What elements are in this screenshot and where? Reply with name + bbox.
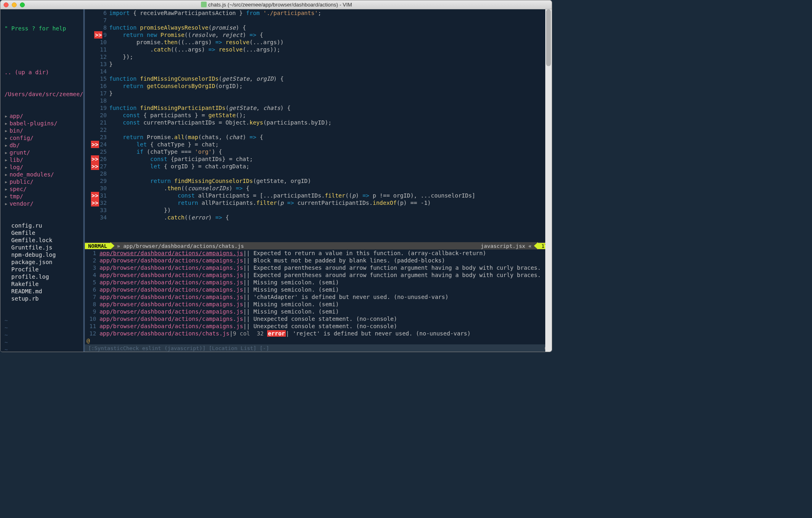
- gutter-line: 25: [85, 148, 107, 155]
- code-line[interactable]: .then((counselorIDs) => {: [109, 185, 552, 192]
- tilde-line: ~: [0, 346, 83, 352]
- quickfix-item[interactable]: 6app/browser/dashboard/actions/campaigns…: [85, 286, 552, 293]
- code-line[interactable]: let { orgID } = chat.orgData;: [109, 163, 552, 170]
- quickfix-item[interactable]: 4app/browser/dashboard/actions/campaigns…: [85, 271, 552, 279]
- code-line[interactable]: return new Promise((resolve, reject) => …: [109, 31, 552, 39]
- code-line[interactable]: if (chatType === 'org') {: [109, 148, 552, 155]
- code-line[interactable]: [109, 170, 552, 177]
- code-line[interactable]: return Promise.all(map(chats, (chat) => …: [109, 133, 552, 141]
- close-icon[interactable]: [4, 2, 9, 7]
- quickfix-item[interactable]: 7app/browser/dashboard/actions/campaigns…: [85, 293, 552, 301]
- nerdtree-panel[interactable]: " Press ? for help .. (up a dir) /Users/…: [0, 9, 83, 352]
- nerdtree-dir[interactable]: ▸app/: [0, 112, 83, 120]
- nerdtree-dir[interactable]: ▸lib/: [0, 156, 83, 163]
- nerdtree-file[interactable]: Gemfile: [0, 229, 83, 236]
- tilde-line: ~: [0, 324, 83, 331]
- code-line[interactable]: promise.then((...args) => resolve(...arg…: [109, 39, 552, 46]
- gutter-line: 18: [85, 97, 107, 104]
- nerdtree-dir[interactable]: ▸grunt/: [0, 149, 83, 156]
- code-line[interactable]: return getCounselorsByOrgID(orgID);: [109, 82, 552, 90]
- gutter-line: >>27: [85, 163, 107, 170]
- quickfix-item[interactable]: 8app/browser/dashboard/actions/campaigns…: [85, 301, 552, 308]
- nerdtree-updir[interactable]: .. (up a dir): [0, 69, 83, 76]
- quickfix-item[interactable]: 2app/browser/dashboard/actions/campaigns…: [85, 257, 552, 264]
- code-buffer[interactable]: 678>>91011121314151617181920212223>>2425…: [85, 9, 552, 242]
- gutter-line: 11: [85, 46, 107, 53]
- code-line[interactable]: const allParticipants = [...participantI…: [109, 192, 552, 199]
- nerdtree-file[interactable]: Rakefile: [0, 280, 83, 288]
- nerdtree-file[interactable]: config.ru: [0, 222, 83, 229]
- nerdtree-file[interactable]: Procfile: [0, 266, 83, 273]
- quickfix-at: @: [85, 337, 552, 344]
- code-line[interactable]: const currentParticipantIDs = Object.key…: [109, 119, 552, 126]
- code-line[interactable]: .catch((...args) => resolve(...args));: [109, 46, 552, 53]
- gutter-line: >>9: [85, 31, 107, 39]
- code-line[interactable]: return findMissingCounselorIDs(getState,…: [109, 177, 552, 185]
- nerdtree-dir[interactable]: ▸node_modules/: [0, 171, 83, 178]
- code-line[interactable]: let { chatType } = chat;: [109, 141, 552, 148]
- gutter-line: 15: [85, 75, 107, 82]
- titlebar: chats.js (~/src/zeemee/app/browser/dashb…: [0, 0, 552, 9]
- quickfix-item[interactable]: 10app/browser/dashboard/actions/campaign…: [85, 315, 552, 322]
- nerdtree-file[interactable]: Gruntfile.js: [0, 244, 83, 251]
- quickfix-item[interactable]: 12app/browser/dashboard/actions/chats.js…: [85, 330, 552, 337]
- code-line[interactable]: const { participants } = getState();: [109, 112, 552, 119]
- gutter-line: >>26: [85, 155, 107, 163]
- gutter-line: 30: [85, 185, 107, 192]
- code-line[interactable]: }: [109, 90, 552, 97]
- gutter-line: 33: [85, 206, 107, 214]
- quickfix-item[interactable]: 5app/browser/dashboard/actions/campaigns…: [85, 279, 552, 286]
- nerdtree-file[interactable]: Gemfile.lock: [0, 236, 83, 244]
- gutter-line: 21: [85, 119, 107, 126]
- gutter-line: 10: [85, 39, 107, 46]
- code-line[interactable]: [109, 68, 552, 75]
- gutter-line: 29: [85, 177, 107, 185]
- nerdtree-file[interactable]: npm-debug.log: [0, 251, 83, 258]
- code-line[interactable]: return allParticipants.filter(p => curre…: [109, 199, 552, 206]
- code-line[interactable]: function findMissingCounselorIDs(getStat…: [109, 75, 552, 82]
- code-line[interactable]: });: [109, 53, 552, 60]
- gutter-line: 13: [85, 60, 107, 68]
- code-line[interactable]: function promiseAlwaysResolve(promise) {: [109, 24, 552, 31]
- traffic-lights: [4, 2, 25, 7]
- nerdtree-root[interactable]: /Users/dave/src/zeemee/: [0, 90, 83, 98]
- code-line[interactable]: import { receiveRawParticipantsAction } …: [109, 9, 552, 17]
- nerdtree-file[interactable]: package.json: [0, 258, 83, 266]
- nerdtree-dir[interactable]: ▸log/: [0, 163, 83, 171]
- nerdtree-dir[interactable]: ▸spec/: [0, 185, 83, 193]
- minimize-icon[interactable]: [12, 2, 17, 7]
- quickfix-item[interactable]: 11app/browser/dashboard/actions/campaign…: [85, 322, 552, 330]
- nerdtree-file[interactable]: setup.rb: [0, 295, 83, 302]
- code-line[interactable]: function findMissingParticipantIDs(getSt…: [109, 104, 552, 112]
- code-line[interactable]: [109, 126, 552, 133]
- quickfix-item[interactable]: 3app/browser/dashboard/actions/campaigns…: [85, 264, 552, 271]
- scrollbar[interactable]: [545, 9, 552, 352]
- nerdtree-dir[interactable]: ▸bin/: [0, 127, 83, 134]
- gutter-line: 12: [85, 53, 107, 60]
- code-line[interactable]: [109, 17, 552, 24]
- nerdtree-file[interactable]: README.md: [0, 288, 83, 295]
- tilde-line: ~: [0, 331, 83, 339]
- gutter-line: 16: [85, 82, 107, 90]
- mode-indicator: NORMAL: [85, 243, 110, 249]
- gutter-line: >>32: [85, 199, 107, 206]
- nerdtree-dir[interactable]: ▸tmp/: [0, 193, 83, 200]
- code-line[interactable]: const {participantIDs} = chat;: [109, 155, 552, 163]
- nerdtree-dir[interactable]: ▸config/: [0, 134, 83, 142]
- quickfix-item[interactable]: 1app/browser/dashboard/actions/campaigns…: [85, 249, 552, 257]
- nerdtree-dir[interactable]: ▸db/: [0, 142, 83, 149]
- statusline: NORMAL » app/browser/dashboard/actions/c…: [85, 242, 552, 249]
- quickfix-item[interactable]: 9app/browser/dashboard/actions/campaigns…: [85, 308, 552, 315]
- code-line[interactable]: }): [109, 206, 552, 214]
- nerdtree-file[interactable]: profile.log: [0, 273, 83, 280]
- code-line[interactable]: }: [109, 60, 552, 68]
- nerdtree-dir[interactable]: ▸vendor/: [0, 200, 83, 207]
- nerdtree-dir[interactable]: ▸public/: [0, 178, 83, 185]
- code-line[interactable]: [109, 97, 552, 104]
- gutter-line: 17: [85, 90, 107, 97]
- quickfix-list[interactable]: 1app/browser/dashboard/actions/campaigns…: [85, 249, 552, 344]
- zoom-icon[interactable]: [20, 2, 25, 7]
- code-line[interactable]: .catch((error) => {: [109, 214, 552, 221]
- scrollbar-thumb[interactable]: [546, 9, 551, 66]
- nerdtree-dir[interactable]: ▸babel-plugins/: [0, 120, 83, 127]
